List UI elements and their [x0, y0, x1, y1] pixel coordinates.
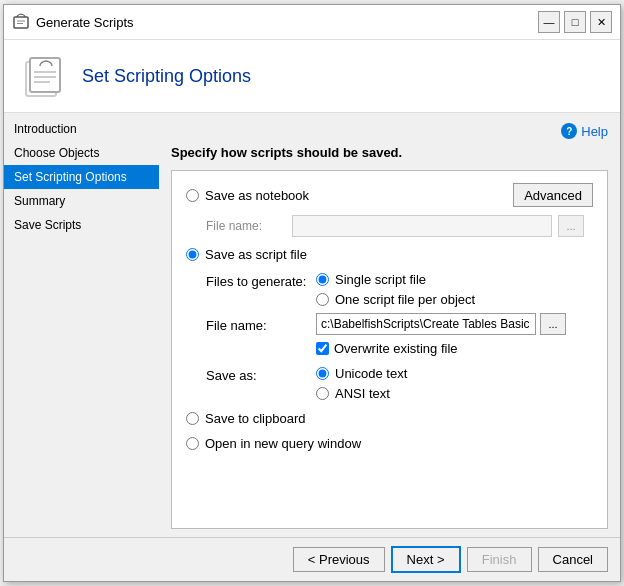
cancel-button[interactable]: Cancel: [538, 547, 608, 572]
open-query-row: Open in new query window: [186, 436, 593, 451]
notebook-filename-row: File name: ...: [206, 215, 593, 237]
next-button[interactable]: Next >: [391, 546, 461, 573]
notebook-filename-input: [292, 215, 552, 237]
sidebar-item-introduction[interactable]: Introduction: [4, 117, 159, 141]
window-controls: — □ ✕: [538, 11, 612, 33]
single-script-radio[interactable]: [316, 273, 329, 286]
save-as-script-row: Save as script file: [186, 247, 593, 262]
finish-button[interactable]: Finish: [467, 547, 532, 572]
title-bar: Generate Scripts — □ ✕: [4, 5, 620, 40]
save-as-script-radio[interactable]: [186, 248, 199, 261]
notebook-filename-label: File name:: [206, 219, 286, 233]
script-options-indent: Files to generate: Single script file On…: [206, 272, 593, 401]
save-to-clipboard-row: Save to clipboard: [186, 411, 593, 426]
unicode-option[interactable]: Unicode text: [316, 366, 407, 381]
header-section: Set Scripting Options: [4, 40, 620, 113]
save-as-format-row: Save as: Unicode text ANSI text: [206, 366, 593, 401]
help-icon: ?: [561, 123, 577, 139]
files-to-generate-row: Files to generate: Single script file On…: [206, 272, 593, 307]
page-title: Set Scripting Options: [82, 66, 251, 87]
previous-button[interactable]: < Previous: [293, 547, 385, 572]
save-as-format-options: Unicode text ANSI text: [316, 366, 407, 401]
open-query-label[interactable]: Open in new query window: [186, 436, 361, 451]
save-as-script-label[interactable]: Save as script file: [186, 247, 307, 262]
maximize-button[interactable]: □: [564, 11, 586, 33]
save-as-notebook-label[interactable]: Save as notebook: [205, 188, 309, 203]
sidebar-item-set-scripting-options[interactable]: Set Scripting Options: [4, 165, 159, 189]
overwrite-checkbox[interactable]: [316, 342, 329, 355]
sidebar-item-save-scripts[interactable]: Save Scripts: [4, 213, 159, 237]
window: Generate Scripts — □ ✕ Set Scripting Opt…: [3, 4, 621, 582]
save-as-notebook-row: Save as notebook Advanced: [186, 183, 593, 207]
ansi-option[interactable]: ANSI text: [316, 386, 407, 401]
close-button[interactable]: ✕: [590, 11, 612, 33]
script-browse-button[interactable]: ...: [540, 313, 566, 335]
content-area: Introduction Choose Objects Set Scriptin…: [4, 113, 620, 537]
main-area: ? Help Specify how scripts should be sav…: [159, 113, 620, 537]
options-panel: Save as notebook Advanced File name: ...…: [171, 170, 608, 529]
svg-rect-4: [30, 58, 60, 92]
minimize-button[interactable]: —: [538, 11, 560, 33]
header-icon: [20, 52, 68, 100]
overwrite-row: Overwrite existing file: [316, 341, 593, 356]
files-generate-options: Single script file One script file per o…: [316, 272, 475, 307]
open-query-radio[interactable]: [186, 437, 199, 450]
sidebar-item-summary[interactable]: Summary: [4, 189, 159, 213]
bottom-bar: < Previous Next > Finish Cancel: [4, 537, 620, 581]
save-as-label: Save as:: [206, 366, 316, 383]
overwrite-label[interactable]: Overwrite existing file: [334, 341, 458, 356]
one-per-object-option[interactable]: One script file per object: [316, 292, 475, 307]
app-icon: [12, 13, 30, 31]
save-to-clipboard-radio[interactable]: [186, 412, 199, 425]
script-filename-input[interactable]: [316, 313, 536, 335]
svg-rect-0: [14, 17, 28, 28]
sidebar: Introduction Choose Objects Set Scriptin…: [4, 113, 159, 537]
save-as-notebook-radio[interactable]: [186, 189, 199, 202]
advanced-button[interactable]: Advanced: [513, 183, 593, 207]
ansi-radio[interactable]: [316, 387, 329, 400]
sidebar-item-choose-objects[interactable]: Choose Objects: [4, 141, 159, 165]
help-label: Help: [581, 124, 608, 139]
help-row: ? Help: [171, 123, 608, 139]
unicode-radio[interactable]: [316, 367, 329, 380]
one-per-object-radio[interactable]: [316, 293, 329, 306]
notebook-left: Save as notebook: [186, 188, 309, 203]
script-filename-label: File name:: [206, 316, 316, 333]
single-script-option[interactable]: Single script file: [316, 272, 475, 287]
files-to-generate-label: Files to generate:: [206, 272, 316, 289]
save-to-clipboard-label[interactable]: Save to clipboard: [186, 411, 305, 426]
notebook-browse-btn: ...: [558, 215, 584, 237]
help-link[interactable]: ? Help: [561, 123, 608, 139]
script-filename-row: File name: ...: [206, 313, 593, 335]
instruction-text: Specify how scripts should be saved.: [171, 145, 608, 160]
window-title: Generate Scripts: [36, 15, 538, 30]
